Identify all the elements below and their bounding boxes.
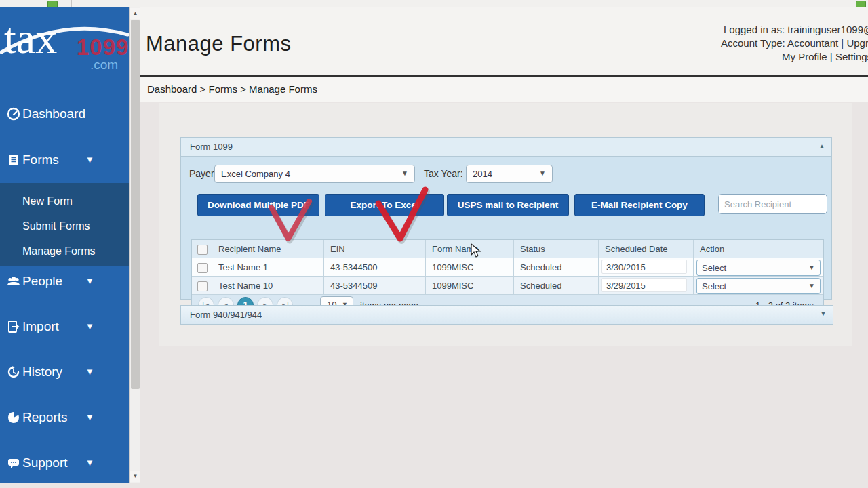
chevron-down-icon: ▼: [808, 264, 815, 271]
cell-status: Scheduled: [514, 258, 599, 277]
document-icon: [7, 153, 20, 167]
logo-number: 1099: [77, 35, 129, 60]
chevron-down-icon: ▼: [85, 412, 94, 422]
action-select-value: Select: [702, 281, 726, 291]
chevron-down-icon: ▼: [85, 458, 94, 468]
cell-scheduled-date: 3/30/2015: [601, 260, 687, 274]
sidebar-item-people[interactable]: People ▼: [0, 269, 129, 293]
tax-year-select[interactable]: 2014 ▼: [466, 165, 553, 183]
sidebar-item-label: People: [22, 274, 62, 289]
action-select-value: Select: [702, 263, 726, 273]
profile-settings-links[interactable]: My Profile | Settings: [782, 51, 868, 62]
chevron-down-icon: ▼: [85, 276, 94, 286]
app-window: tax 1099 .com Dashboard Forms ▼ New Form: [0, 0, 868, 488]
page-title: Manage Forms: [146, 32, 291, 56]
chevron-down-icon: ▼: [85, 367, 94, 377]
sidebar-item-dashboard[interactable]: Dashboard: [0, 102, 129, 126]
chat-bubble-icon: [7, 456, 20, 470]
tax-year-select-value: 2014: [473, 169, 492, 179]
table-row: Test Name 1 43-5344500 1099MISC Schedule…: [192, 258, 823, 277]
chevron-down-icon: ▼: [808, 282, 815, 289]
sidebar-item-history[interactable]: History ▼: [0, 360, 129, 384]
col-ein[interactable]: EIN: [324, 240, 426, 258]
submenu-item-label: Submit Forms: [22, 220, 90, 232]
col-scheduled-date[interactable]: Scheduled Date: [599, 240, 694, 258]
payer-select[interactable]: Excel Company 4 ▼: [214, 165, 415, 183]
row-checkbox[interactable]: [197, 281, 208, 291]
pie-chart-icon: [7, 411, 20, 424]
sidebar-item-label: Reports: [22, 410, 68, 425]
export-to-excel-button[interactable]: Export To Excel: [325, 194, 444, 216]
chrome-divider: [292, 0, 292, 7]
form-1099-panel: Form 1099 ▲ Payer: Excel Company 4 ▼ Tax…: [180, 137, 832, 300]
panel-title: Form 1099: [190, 142, 233, 152]
gauge-icon: [7, 107, 20, 121]
cell-ein: 43-5344509: [324, 277, 426, 295]
logo-word: tax: [4, 17, 57, 60]
forms-submenu: New Form Submit Forms Manage Forms: [0, 183, 129, 266]
col-recipient-name[interactable]: Recipient Name: [212, 240, 324, 258]
select-all-checkbox[interactable]: [197, 245, 208, 255]
payer-select-value: Excel Company 4: [221, 169, 290, 179]
history-icon: [7, 365, 20, 379]
sidebar-item-label: Import: [22, 319, 59, 334]
page-header: Manage Forms Logged in as: traininguser1…: [140, 7, 868, 75]
cell-ein: 43-5344500: [324, 258, 426, 277]
cell-form: 1099MISC: [426, 277, 514, 295]
chevron-down-icon: ▼: [401, 169, 408, 177]
sidebar-item-support[interactable]: Support ▼: [0, 451, 129, 475]
import-icon: [7, 320, 20, 333]
col-form-name[interactable]: Form Name: [426, 240, 514, 258]
submenu-item-label: Manage Forms: [22, 245, 96, 258]
table-row: Test Name 10 43-5344509 1099MISC Schedul…: [192, 277, 823, 295]
chrome-divider: [214, 0, 214, 7]
table-header-row: Recipient Name EIN Form Name Status Sche…: [192, 240, 823, 258]
tax1099-logo[interactable]: tax 1099 .com: [0, 7, 129, 75]
cell-recipient: Test Name 1: [212, 258, 324, 277]
cell-scheduled-date: 3/29/2015: [601, 278, 687, 292]
breadcrumb[interactable]: Dashboard > Forms > Manage Forms: [147, 83, 317, 95]
cell-form: 1099MISC: [426, 258, 514, 277]
expand-icon[interactable]: ▼: [820, 310, 827, 317]
usps-mail-button[interactable]: USPS mail to Recipient: [447, 194, 569, 216]
col-action: Action: [694, 240, 823, 258]
form-1099-panel-header[interactable]: Form 1099 ▲: [180, 137, 832, 157]
tax-year-label: Tax Year:: [424, 168, 463, 179]
logo-tld: .com: [90, 58, 118, 73]
sidebar-item-import[interactable]: Import ▼: [0, 314, 129, 339]
cell-status: Scheduled: [514, 277, 599, 295]
chrome-divider: [71, 0, 72, 7]
chevron-down-icon: ▼: [85, 321, 94, 331]
sidebar-item-reports[interactable]: Reports ▼: [0, 405, 129, 430]
submenu-item-label: New Form: [22, 195, 73, 207]
breadcrumb-bar: Dashboard > Forms > Manage Forms: [140, 77, 868, 102]
select-all-cell: [192, 240, 212, 258]
row-action-select[interactable]: Select ▼: [696, 260, 821, 276]
scroll-down-button[interactable]: ▼: [130, 471, 140, 482]
sidebar-item-new-form[interactable]: New Form: [0, 192, 129, 212]
people-icon: [7, 274, 20, 288]
row-action-select[interactable]: Select ▼: [696, 278, 821, 294]
sidebar: tax 1099 .com Dashboard Forms ▼ New Form: [0, 7, 129, 483]
form-940-panel-header[interactable]: Form 940/941/944 ▼: [180, 305, 833, 325]
row-checkbox[interactable]: [197, 263, 208, 273]
payer-label: Payer:: [189, 168, 216, 179]
scroll-up-button[interactable]: ▲: [130, 8, 140, 19]
chevron-down-icon: ▼: [85, 155, 94, 165]
account-type-text[interactable]: Account Type: Accountant | Upgra: [721, 37, 868, 49]
collapse-icon[interactable]: ▲: [818, 142, 825, 150]
search-recipient-input[interactable]: [718, 194, 827, 214]
logged-in-text: Logged in as: traininguser1099@g: [724, 24, 868, 35]
col-status[interactable]: Status: [514, 240, 599, 258]
sidebar-item-forms[interactable]: Forms ▼: [0, 148, 129, 172]
sidebar-item-submit-forms[interactable]: Submit Forms: [0, 217, 129, 237]
download-multiple-pdf-button[interactable]: Download Multiple PDF: [197, 194, 319, 216]
sidebar-item-label: History: [22, 365, 62, 380]
chevron-down-icon: ▼: [539, 169, 546, 177]
page-scrollbar[interactable]: ▲ ▼: [129, 7, 141, 483]
sidebar-item-label: Dashboard: [22, 106, 85, 121]
scrollbar-thumb[interactable]: [131, 20, 140, 389]
sidebar-item-manage-forms[interactable]: Manage Forms: [0, 242, 129, 262]
email-recipient-copy-button[interactable]: E-Mail Recipient Copy: [574, 194, 705, 216]
cell-recipient: Test Name 10: [212, 277, 324, 295]
